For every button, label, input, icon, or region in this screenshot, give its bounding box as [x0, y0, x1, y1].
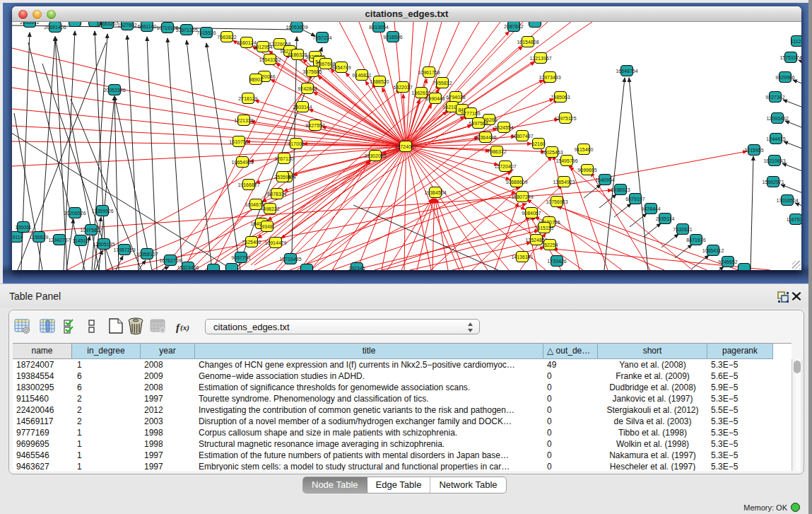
- svg-text:8454749: 8454749: [331, 65, 351, 70]
- svg-text:18724007: 18724007: [394, 144, 416, 149]
- svg-text:11123: 11123: [791, 39, 801, 44]
- svg-text:1362615: 1362615: [411, 90, 430, 95]
- svg-text:7632621: 7632621: [673, 227, 692, 232]
- svg-text:19654983: 19654983: [231, 160, 253, 165]
- svg-text:252254: 252254: [541, 243, 558, 247]
- svg-text:8938923: 8938923: [611, 187, 630, 192]
- svg-text:10654112: 10654112: [702, 248, 724, 253]
- svg-text:7357234: 7357234: [312, 35, 331, 40]
- svg-text:9218506: 9218506: [383, 35, 402, 40]
- svg-text:3267130: 3267130: [274, 156, 293, 161]
- svg-text:15720407: 15720407: [494, 164, 516, 169]
- svg-text:19384554: 19384554: [424, 190, 446, 195]
- svg-text:15495796: 15495796: [555, 158, 577, 163]
- svg-text:15692971: 15692971: [762, 180, 784, 185]
- svg-text:2803144: 2803144: [293, 105, 312, 110]
- svg-text:16210643: 16210643: [763, 158, 785, 163]
- svg-text:3624554: 3624554: [494, 125, 513, 130]
- svg-text:39114: 39114: [12, 235, 23, 240]
- svg-text:11323466: 11323466: [177, 265, 199, 270]
- svg-text:1221338: 1221338: [234, 118, 253, 123]
- svg-text:16648754: 16648754: [616, 69, 637, 74]
- svg-text:8471676: 8471676: [686, 238, 705, 243]
- svg-text:6497568: 6497568: [469, 121, 488, 126]
- svg-text:8813054: 8813054: [369, 25, 388, 30]
- svg-text:12213967: 12213967: [529, 56, 551, 61]
- svg-text:1527602: 1527602: [117, 23, 136, 28]
- svg-text:7485063: 7485063: [551, 95, 570, 100]
- svg-text:20364436: 20364436: [474, 135, 496, 140]
- svg-text:10958107: 10958107: [136, 252, 158, 257]
- svg-text:2718129: 2718129: [238, 96, 257, 101]
- svg-text:6322037: 6322037: [393, 85, 412, 90]
- svg-text:10543362: 10543362: [259, 57, 281, 62]
- svg-text:1167533: 1167533: [787, 217, 801, 222]
- svg-text:1615152: 1615152: [534, 226, 553, 230]
- svg-text:1156829: 1156829: [30, 235, 49, 240]
- svg-text:9115460: 9115460: [575, 147, 594, 152]
- svg-text:17016504: 17016504: [776, 198, 798, 203]
- svg-text:15751074: 15751074: [779, 55, 801, 60]
- svg-text:1244415: 1244415: [766, 136, 785, 141]
- svg-text:10961768: 10961768: [418, 70, 440, 75]
- svg-text:9245652: 9245652: [718, 259, 737, 264]
- svg-text:62160: 62160: [531, 141, 546, 146]
- svg-text:13654923: 13654923: [553, 180, 575, 185]
- svg-text:16914479: 16914479: [264, 240, 286, 245]
- svg-text:15716485: 15716485: [279, 257, 301, 262]
- svg-text:12975125: 12975125: [554, 116, 576, 121]
- svg-text:9227342: 9227342: [765, 95, 784, 100]
- svg-text:7986372: 7986372: [487, 149, 506, 154]
- svg-text:8878334: 8878334: [267, 192, 286, 197]
- svg-text:98901: 98901: [249, 77, 263, 82]
- svg-text:10807487: 10807487: [511, 134, 533, 139]
- svg-text:16154808: 16154808: [517, 40, 539, 45]
- svg-text:16782759: 16782759: [159, 258, 181, 263]
- svg-text:10975867: 10975867: [80, 228, 102, 233]
- svg-text:12342737: 12342737: [48, 238, 70, 243]
- svg-text:1610755: 1610755: [229, 139, 248, 144]
- svg-text:10025453: 10025453: [541, 150, 563, 155]
- svg-text:6461140: 6461140: [138, 24, 157, 29]
- svg-text:14136141: 14136141: [511, 255, 533, 259]
- svg-text:253594: 253594: [274, 175, 290, 180]
- svg-text:9474444: 9474444: [641, 206, 660, 211]
- svg-text:6879197: 6879197: [625, 197, 645, 201]
- svg-text:2935114: 2935114: [656, 216, 675, 221]
- svg-text:17957253: 17957253: [113, 247, 135, 252]
- svg-text:10756923: 10756923: [546, 199, 567, 204]
- svg-text:9657791: 9657791: [231, 255, 250, 260]
- svg-text:1733426: 1733426: [547, 259, 566, 264]
- svg-text:10688609: 10688609: [505, 180, 527, 185]
- svg-text:7625402: 7625402: [242, 240, 261, 245]
- svg-text:9329966: 9329966: [775, 75, 794, 80]
- svg-text:9242848: 9242848: [298, 86, 317, 91]
- svg-text:19166827: 19166827: [237, 182, 259, 187]
- svg-text:10653267: 10653267: [96, 22, 118, 26]
- svg-text:16053809: 16053809: [286, 25, 307, 30]
- svg-text:9427552: 9427552: [305, 123, 324, 128]
- svg-text:10973493: 10973493: [539, 75, 560, 80]
- svg-text:9146821: 9146821: [352, 73, 371, 78]
- svg-text:23302035: 23302035: [364, 153, 386, 158]
- svg-text:8186328: 8186328: [288, 52, 307, 57]
- svg-text:417006: 417006: [288, 141, 304, 146]
- svg-text:(x): (x): [180, 323, 189, 332]
- svg-text:9777169: 9777169: [461, 111, 480, 116]
- svg-text:6990448: 6990448: [425, 96, 445, 101]
- svg-text:18807249: 18807249: [511, 194, 533, 199]
- svg-text:7663822: 7663822: [217, 35, 236, 40]
- svg-text:7515526: 7515526: [196, 30, 216, 35]
- svg-text:4498222: 4498222: [260, 206, 279, 211]
- svg-text:1588520: 1588520: [370, 79, 389, 84]
- svg-text:3875685: 3875685: [302, 69, 322, 74]
- svg-text:20053346: 20053346: [103, 88, 125, 93]
- svg-text:1640954: 1640954: [595, 177, 614, 182]
- svg-text:135061: 135061: [15, 225, 31, 230]
- svg-text:9348: 9348: [261, 224, 273, 229]
- svg-text:12505135: 12505135: [93, 242, 114, 247]
- svg-text:20691406: 20691406: [44, 25, 66, 30]
- svg-text:17359926: 17359926: [91, 209, 113, 214]
- svg-text:114519: 114519: [73, 238, 89, 243]
- svg-text:20206526: 20206526: [64, 211, 86, 216]
